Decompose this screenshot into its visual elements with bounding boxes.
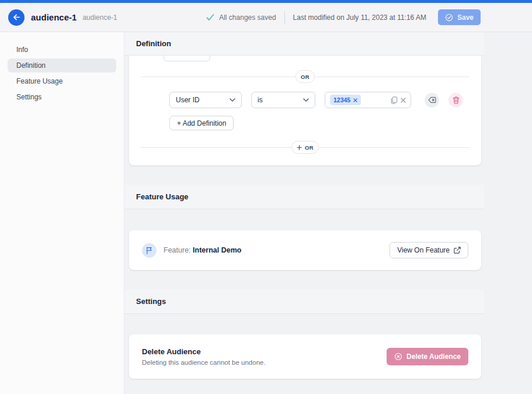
- feature-usage-section-title: Feature Usage: [136, 192, 189, 201]
- or-badge-label: OR: [301, 74, 310, 80]
- delete-audience-title: Delete Audience: [142, 347, 266, 356]
- external-link-icon: [454, 247, 461, 254]
- clear-icon[interactable]: [401, 98, 406, 103]
- save-status-text: All changes saved: [219, 13, 276, 22]
- sidebar-item-info[interactable]: Info: [8, 43, 116, 57]
- view-on-feature-button[interactable]: View On Feature: [390, 242, 468, 258]
- chevron-down-icon: [303, 98, 309, 102]
- settings-section-title: Settings: [136, 297, 166, 306]
- sidebar-item-definition[interactable]: Definition: [8, 58, 116, 72]
- feature-prefix: Feature:: [164, 246, 191, 254]
- plus-icon: [297, 145, 302, 150]
- add-or-label: OR: [305, 144, 314, 151]
- header-divider: [284, 11, 285, 24]
- divider-line: [319, 147, 470, 148]
- feature-name: Internal Demo: [193, 246, 241, 254]
- backspace-button[interactable]: [425, 93, 439, 108]
- field-select[interactable]: User ID: [169, 92, 242, 108]
- page-title: audience-1: [31, 12, 77, 22]
- add-or-button[interactable]: OR: [291, 141, 319, 154]
- sidebar: Info Definition Feature Usage Settings: [0, 32, 124, 394]
- operator-select[interactable]: is: [251, 92, 315, 108]
- back-button[interactable]: [8, 9, 25, 26]
- value-tag-input[interactable]: 12345: [325, 92, 411, 108]
- settings-section-header: Settings: [124, 289, 484, 314]
- feature-usage-card: Feature: Internal Demo View On Feature: [129, 230, 481, 270]
- divider-line: [141, 147, 291, 148]
- divider-line: [141, 77, 295, 77]
- chip-remove-icon[interactable]: [353, 98, 357, 102]
- app-header: audience-1 audience-1 All changes saved …: [0, 3, 532, 32]
- definition-section-title: Definition: [136, 39, 171, 48]
- view-on-feature-label: View On Feature: [397, 246, 450, 254]
- delete-audience-button-label: Delete Audience: [406, 352, 461, 361]
- delete-audience-description: Deleting this audience cannot be undone.: [142, 359, 266, 366]
- backspace-icon: [428, 96, 436, 103]
- arrow-left-icon: [12, 13, 21, 22]
- feature-flag-avatar: [142, 243, 157, 258]
- add-definition-button[interactable]: + Add Definition: [169, 116, 234, 130]
- save-button-label: Save: [457, 13, 474, 22]
- tag-input-icons: [390, 96, 406, 104]
- divider-line: [315, 77, 470, 77]
- definition-card: OR User ID is 12345: [129, 56, 481, 165]
- chevron-down-icon: [230, 98, 235, 102]
- main-content: Definition OR User ID is: [124, 32, 532, 394]
- save-button[interactable]: Save: [438, 9, 481, 25]
- delete-audience-button[interactable]: Delete Audience: [387, 348, 468, 365]
- header-right-group: All changes saved Last modified on July …: [206, 9, 481, 25]
- operator-select-value: is: [258, 96, 263, 104]
- check-icon: [206, 13, 214, 21]
- sidebar-item-feature-usage[interactable]: Feature Usage: [8, 74, 116, 88]
- trash-icon: [453, 96, 460, 104]
- or-badge: OR: [295, 70, 315, 83]
- definition-section-header: Definition: [124, 32, 484, 56]
- or-divider-top: OR: [141, 70, 470, 83]
- delete-rule-button[interactable]: [448, 93, 463, 108]
- copy-icon[interactable]: [390, 96, 398, 104]
- circled-x-icon: [394, 352, 402, 361]
- field-select-value: User ID: [176, 96, 200, 104]
- feature-usage-section-header: Feature Usage: [124, 185, 484, 209]
- value-chip-label: 12345: [333, 96, 350, 103]
- add-definition-button-clipped[interactable]: [164, 56, 210, 61]
- last-modified-text: Last modified on July 11, 2023 at 11:16 …: [293, 13, 426, 22]
- delete-audience-text-group: Delete Audience Deleting this audience c…: [142, 347, 266, 366]
- sidebar-item-settings[interactable]: Settings: [8, 90, 116, 104]
- or-divider-bottom: OR: [141, 141, 470, 154]
- delete-audience-card: Delete Audience Deleting this audience c…: [129, 334, 481, 379]
- circled-check-icon: [445, 13, 453, 22]
- page-subtitle: audience-1: [82, 13, 117, 22]
- feature-label: Feature: Internal Demo: [164, 246, 241, 254]
- value-chip: 12345: [330, 95, 361, 105]
- flag-icon: [145, 247, 153, 254]
- definition-rule-row: User ID is 12345: [169, 92, 481, 108]
